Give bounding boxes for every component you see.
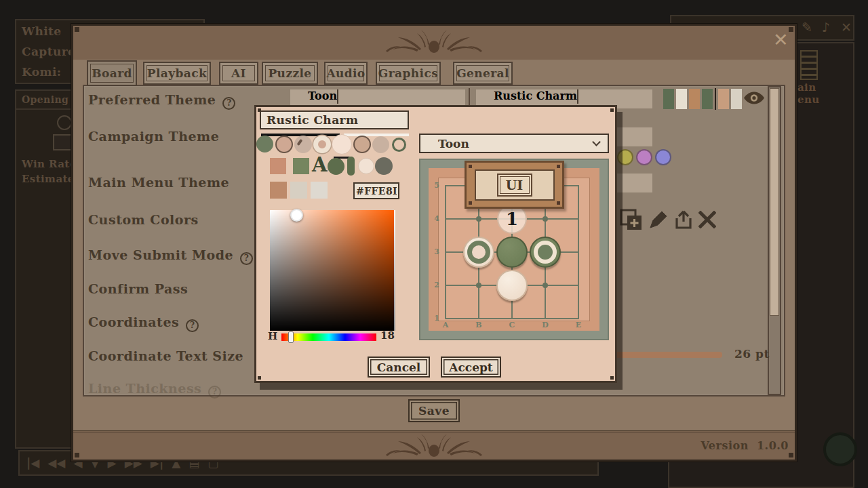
preview-stone-black-ringed [530,237,561,268]
theme-swatch-strip[interactable] [663,89,742,109]
tab-audio[interactable]: Audio [324,62,368,85]
saturation-value-picker[interactable] [270,210,395,331]
player-stone-icon [823,432,857,466]
palette-brush-color[interactable] [294,136,312,153]
element-letter[interactable]: A [312,153,328,176]
hue-slider-handle[interactable] [288,331,294,343]
duplicate-theme-icon[interactable] [619,209,644,230]
scrollbar-thumb[interactable] [770,88,779,316]
recent-color-swatch[interactable] [290,182,307,199]
palette-soft-color[interactable] [372,136,389,153]
brush-mark-icon [296,139,302,146]
nav-first-icon[interactable]: |◀ [26,456,39,470]
element-circle-cream[interactable] [358,158,374,174]
tab-puzzle[interactable]: Puzzle [262,62,318,85]
radio-icon[interactable] [57,115,72,130]
theme-swatch [731,89,742,109]
coordinates-label: Coordinates? [88,314,199,332]
campaign-color-swatch[interactable] [655,149,671,165]
element-square-sage[interactable] [293,158,309,174]
recent-color-swatch[interactable] [311,182,328,199]
hue-slider[interactable] [281,333,376,341]
chevron-down-icon [337,89,338,104]
tab-board[interactable]: Board [87,60,137,86]
edit-theme-icon[interactable] [649,210,668,229]
tab-graphics[interactable]: Graphics [376,62,441,85]
chevron-down-icon [592,138,601,146]
color-picker-handle[interactable] [290,209,303,222]
theme-swatch [689,89,700,109]
hue-label: H [268,330,277,342]
move-number: 1 [506,209,518,229]
element-circle-green[interactable] [328,158,344,175]
ui-sign-text: UI [506,178,523,192]
menu-list-icon[interactable] [800,50,818,80]
accept-button[interactable]: Accept [441,357,501,378]
element-square-salmon[interactable] [270,158,286,174]
theme-swatch [676,89,687,109]
preferred-theme-label: Preferred Theme? [88,92,235,110]
coordinate-text-size-label: Coordinate Text Size [88,348,243,363]
ui-sign: UI [465,161,564,209]
confirm-pass-label: Confirm Pass [88,281,188,296]
help-icon: ? [208,386,221,399]
tab-ai[interactable]: AI [219,62,258,85]
theme-swatch [702,89,713,109]
palette-board-color[interactable] [256,136,273,152]
cancel-button[interactable]: Cancel [368,357,430,378]
white-stone-set-tab[interactable] [344,134,409,136]
palette-hollow-ring[interactable] [392,138,406,152]
palette-selected-color[interactable] [332,134,352,155]
coordinate-size-value: 26 pt [734,347,770,361]
campaign-color-swatch[interactable] [636,149,652,165]
move-submit-mode-label: Move Submit Mode? [88,247,253,265]
hex-color-input[interactable] [353,182,399,199]
help-icon[interactable]: ? [240,252,253,265]
element-circle-olive[interactable] [375,157,393,175]
tab-general[interactable]: General [453,62,513,85]
theme-name-input[interactable] [260,110,409,129]
edit-icon[interactable]: ✎ [802,20,812,35]
theme-swatch [663,89,674,109]
row-coordinate: 1 [433,314,441,323]
campaign-color-swatch[interactable] [617,149,633,165]
tab-playback[interactable]: Playback [143,62,211,85]
window-close-icon[interactable]: ✕ [773,29,789,50]
preview-stone-white-ringed [463,237,494,268]
row-coordinate: 3 [433,247,441,256]
col-coordinate: E [574,321,583,329]
komi-label: Komi: 6 [22,65,78,79]
version-label: Version 1.0.0 [677,439,789,452]
preview-stone-white [496,270,528,301]
campaign-theme-label: Campaign Theme [88,129,219,144]
help-icon[interactable]: ? [186,319,199,332]
delete-theme-icon[interactable] [698,211,716,228]
hue-value: 18 [380,329,395,342]
estimate-label: Estimate [22,173,75,185]
col-coordinate: B [475,321,483,329]
col-coordinate: D [541,321,549,329]
row-coordinate: 4 [433,214,441,223]
nav-rewind-icon[interactable]: ◀◀ [47,456,65,470]
music-icon[interactable]: ♪ [822,20,830,35]
recent-color-swatch[interactable] [270,182,287,199]
preview-theme-dropdown[interactable]: Toon [419,134,609,153]
element-pill-green[interactable] [347,157,355,176]
player-name: White [22,24,62,38]
palette-outline-color[interactable] [353,136,371,153]
line-thickness-label: Line Thickness? [88,381,221,399]
close-game-icon[interactable]: ✕ [841,20,852,35]
top-ornament [383,28,485,56]
palette-line-color[interactable] [275,136,293,153]
chevron-down-icon [577,89,578,104]
row-coordinate: 5 [433,181,441,190]
theme-swatch [718,89,729,109]
board-preview: 5 4 3 2 1 A B C D E 1 UI [419,159,609,340]
save-button[interactable]: Save [408,399,460,422]
help-icon[interactable]: ? [222,97,235,110]
palette-ring-color[interactable] [313,136,331,153]
swatch-divider [715,88,716,110]
eye-icon[interactable] [743,91,765,105]
export-theme-icon[interactable] [674,210,693,229]
bottom-ornament [383,432,485,460]
